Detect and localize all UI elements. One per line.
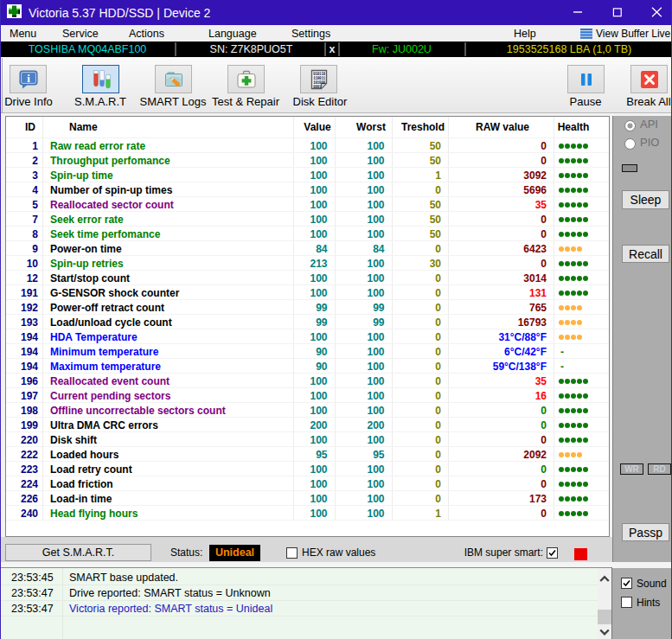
svg-text:0001: 0001 xyxy=(313,83,322,89)
svg-text:i: i xyxy=(27,71,30,84)
